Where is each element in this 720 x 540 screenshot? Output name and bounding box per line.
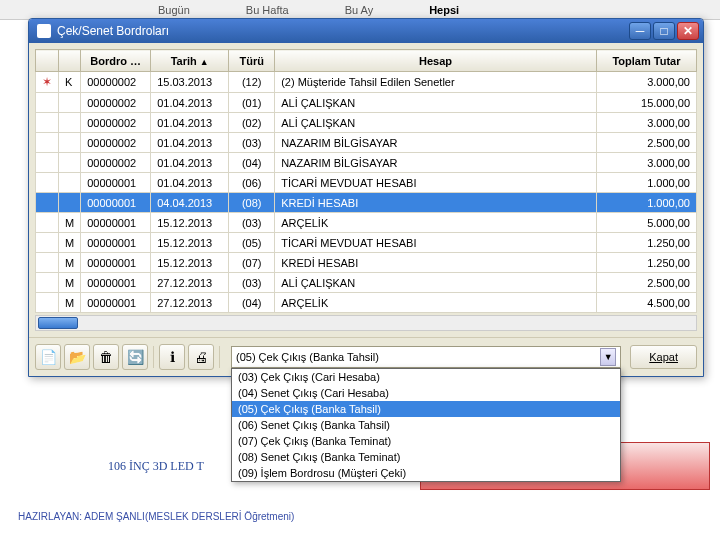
scrollbar-thumb[interactable] [38, 317, 78, 329]
cell-tutar: 5.000,00 [597, 213, 697, 233]
kapat-button[interactable]: Kapat [630, 345, 697, 369]
cell-hesap: ALİ ÇALIŞKAN [275, 93, 597, 113]
window-icon [37, 24, 51, 38]
cell-tutar: 2.500,00 [597, 133, 697, 153]
new-button[interactable]: 📄 [35, 344, 61, 370]
cell-tutar: 1.000,00 [597, 173, 697, 193]
chevron-down-icon[interactable]: ▼ [600, 348, 616, 366]
table-row[interactable]: M0000000115.12.2013(03)ARÇELİK5.000,00 [36, 213, 697, 233]
cell-hesap: ALİ ÇALIŞKAN [275, 113, 597, 133]
table-row[interactable]: 0000000201.04.2013(04)NAZARIM BİLGİSAYAR… [36, 153, 697, 173]
col-k-header[interactable] [59, 50, 81, 72]
cell-k: M [59, 233, 81, 253]
info-button[interactable]: ℹ [159, 344, 185, 370]
cell-bordro: 00000002 [81, 133, 151, 153]
bg-tab-active[interactable]: Hepsi [421, 2, 467, 18]
table-row[interactable]: ✶K0000000215.03.2013(12)(2) Müşteride Ta… [36, 72, 697, 93]
cell-bordro: 00000001 [81, 213, 151, 233]
cell-tutar: 2.500,00 [597, 273, 697, 293]
cell-k: M [59, 253, 81, 273]
cell-hesap: NAZARIM BİLGİSAYAR [275, 133, 597, 153]
cell-turu: (05) [229, 233, 275, 253]
cell-tarih: 15.12.2013 [151, 253, 229, 273]
cell-tutar: 1.000,00 [597, 193, 697, 213]
col-hesap-header[interactable]: Hesap [275, 50, 597, 72]
cell-tarih: 15.12.2013 [151, 213, 229, 233]
table-row[interactable]: M0000000127.12.2013(03)ALİ ÇALIŞKAN2.500… [36, 273, 697, 293]
dropdown-option[interactable]: (04) Senet Çıkış (Cari Hesaba) [232, 385, 620, 401]
cell-tarih: 27.12.2013 [151, 293, 229, 313]
background-tabs: Bugün Bu Hafta Bu Ay Hepsi [0, 0, 720, 20]
cell-tarih: 27.12.2013 [151, 273, 229, 293]
cell-tarih: 01.04.2013 [151, 153, 229, 173]
bg-tab[interactable]: Bu Hafta [238, 2, 297, 18]
cell-bordro: 00000001 [81, 193, 151, 213]
dropdown-option[interactable]: (08) Senet Çıkış (Banka Teminat) [232, 449, 620, 465]
delete-button[interactable]: 🗑 [93, 344, 119, 370]
dropdown-option[interactable]: (05) Çek Çıkış (Banka Tahsil) [232, 401, 620, 417]
cell-turu: (03) [229, 133, 275, 153]
cell-bordro: 00000001 [81, 173, 151, 193]
col-bordro-header[interactable]: Bordro … [81, 50, 151, 72]
cell-bordro: 00000002 [81, 93, 151, 113]
cell-k: K [59, 72, 81, 93]
col-tutar-header[interactable]: Toplam Tutar [597, 50, 697, 72]
table-row[interactable]: M0000000115.12.2013(07)KREDİ HESABI1.250… [36, 253, 697, 273]
cell-hesap: TİCARİ MEVDUAT HESABI [275, 233, 597, 253]
cell-bordro: 00000001 [81, 233, 151, 253]
cell-turu: (03) [229, 213, 275, 233]
cell-k [59, 173, 81, 193]
titlebar[interactable]: Çek/Senet Bordroları ─ □ ✕ [29, 19, 703, 43]
close-button[interactable]: ✕ [677, 22, 699, 40]
table-row[interactable]: 0000000201.04.2013(03)NAZARIM BİLGİSAYAR… [36, 133, 697, 153]
cell-bordro: 00000001 [81, 273, 151, 293]
cell-hesap: TİCARİ MEVDUAT HESABI [275, 173, 597, 193]
cell-bordro: 00000001 [81, 293, 151, 313]
table-row[interactable]: 0000000201.04.2013(01)ALİ ÇALIŞKAN15.000… [36, 93, 697, 113]
type-combo[interactable]: (05) Çek Çıkış (Banka Tahsil) ▼ [231, 346, 621, 368]
col-turu-header[interactable]: Türü [229, 50, 275, 72]
print-button[interactable]: 🖨 [188, 344, 214, 370]
cell-tutar: 3.000,00 [597, 113, 697, 133]
cell-k: M [59, 213, 81, 233]
combo-selected: (05) Çek Çıkış (Banka Tahsil) [236, 351, 379, 363]
table-row[interactable]: M0000000127.12.2013(04)ARÇELİK4.500,00 [36, 293, 697, 313]
cell-hesap: NAZARIM BİLGİSAYAR [275, 153, 597, 173]
cell-tutar: 15.000,00 [597, 93, 697, 113]
cell-tarih: 15.12.2013 [151, 233, 229, 253]
table-row[interactable]: 0000000104.04.2013(08)KREDİ HESABI1.000,… [36, 193, 697, 213]
sort-asc-icon: ▲ [200, 57, 209, 67]
col-flag-header[interactable] [36, 50, 59, 72]
cell-hesap: ARÇELİK [275, 293, 597, 313]
cell-turu: (12) [229, 72, 275, 93]
bg-tab[interactable]: Bugün [150, 2, 198, 18]
horizontal-scrollbar[interactable] [35, 315, 697, 331]
dropdown-option[interactable]: (06) Senet Çıkış (Banka Tahsil) [232, 417, 620, 433]
cell-turu: (04) [229, 293, 275, 313]
bg-tab[interactable]: Bu Ay [337, 2, 382, 18]
open-button[interactable]: 📂 [64, 344, 90, 370]
cell-turu: (06) [229, 173, 275, 193]
cell-tutar: 1.250,00 [597, 253, 697, 273]
col-tarih-header[interactable]: Tarih▲ [151, 50, 229, 72]
cell-hesap: KREDİ HESABI [275, 193, 597, 213]
bordro-grid[interactable]: Bordro … Tarih▲ Türü Hesap Toplam Tutar … [35, 49, 697, 313]
dropdown-option[interactable]: (03) Çek Çıkış (Cari Hesaba) [232, 369, 620, 385]
cell-turu: (07) [229, 253, 275, 273]
table-row[interactable]: 0000000201.04.2013(02)ALİ ÇALIŞKAN3.000,… [36, 113, 697, 133]
background-text: 106 İNÇ 3D LED T [108, 459, 204, 474]
cell-k [59, 193, 81, 213]
table-row[interactable]: M0000000115.12.2013(05)TİCARİ MEVDUAT HE… [36, 233, 697, 253]
cell-tarih: 01.04.2013 [151, 93, 229, 113]
table-row[interactable]: 0000000101.04.2013(06)TİCARİ MEVDUAT HES… [36, 173, 697, 193]
cell-tarih: 01.04.2013 [151, 173, 229, 193]
type-dropdown[interactable]: (03) Çek Çıkış (Cari Hesaba)(04) Senet Ç… [231, 368, 621, 482]
cell-hesap: ARÇELİK [275, 213, 597, 233]
cell-tutar: 3.000,00 [597, 153, 697, 173]
dropdown-option[interactable]: (07) Çek Çıkış (Banka Teminat) [232, 433, 620, 449]
minimize-button[interactable]: ─ [629, 22, 651, 40]
dropdown-option[interactable]: (09) İşlem Bordrosu (Müşteri Çeki) [232, 465, 620, 481]
refresh-button[interactable]: 🔄 [122, 344, 148, 370]
footer-credit: HAZIRLAYAN: ADEM ŞANLI(MESLEK DERSLERİ Ö… [18, 511, 294, 522]
maximize-button[interactable]: □ [653, 22, 675, 40]
